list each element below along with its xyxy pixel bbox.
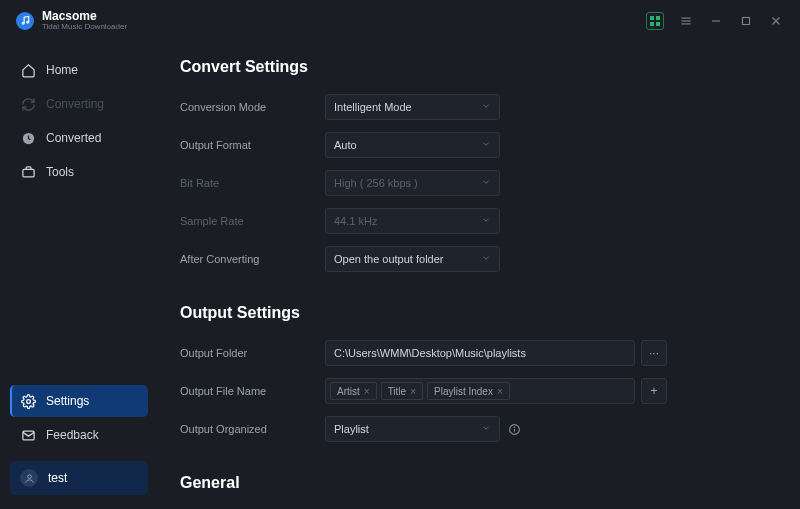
label-bit-rate: Bit Rate	[180, 177, 325, 189]
chevron-down-icon	[481, 215, 491, 227]
sidebar-item-label: Home	[46, 63, 78, 77]
chevron-down-icon	[481, 101, 491, 113]
label-output-organized: Output Organized	[180, 423, 325, 435]
select-value: Playlist	[334, 423, 369, 435]
chevron-down-icon	[481, 139, 491, 151]
section-title-general: General	[180, 474, 766, 492]
sidebar-item-home[interactable]: Home	[10, 54, 148, 86]
chevron-down-icon	[481, 177, 491, 189]
label-output-file-name: Output File Name	[180, 385, 325, 397]
user-chip[interactable]: test	[10, 461, 148, 495]
close-button[interactable]	[768, 13, 784, 29]
minimize-button[interactable]	[708, 13, 724, 29]
select-after-converting[interactable]: Open the output folder	[325, 246, 500, 272]
section-title-output: Output Settings	[180, 304, 766, 322]
info-icon[interactable]	[508, 423, 521, 436]
svg-rect-5	[656, 22, 660, 26]
settings-icon	[20, 393, 36, 409]
sidebar-item-label: Feedback	[46, 428, 99, 442]
svg-rect-10	[743, 18, 750, 25]
main-panel: Convert Settings Conversion Mode Intelli…	[158, 42, 800, 509]
layout-grid-button[interactable]	[646, 12, 664, 30]
svg-point-0	[22, 23, 24, 25]
svg-point-17	[27, 474, 31, 478]
svg-point-20	[514, 427, 515, 428]
select-value: Open the output folder	[334, 253, 443, 265]
select-value: High ( 256 kbps )	[334, 177, 418, 189]
avatar-icon	[20, 469, 38, 487]
sidebar-item-settings[interactable]: Settings	[10, 385, 148, 417]
svg-rect-14	[22, 169, 33, 177]
filename-tag[interactable]: Playlist Index×	[427, 382, 510, 400]
select-output-organized[interactable]: Playlist	[325, 416, 500, 442]
sidebar-item-label: Tools	[46, 165, 74, 179]
label-sample-rate: Sample Rate	[180, 215, 325, 227]
svg-rect-3	[656, 16, 660, 20]
sidebar: Home Converting Converted Tools	[0, 42, 158, 509]
tools-icon	[20, 164, 36, 180]
chevron-down-icon	[481, 253, 491, 265]
svg-rect-2	[650, 16, 654, 20]
label-conversion-mode: Conversion Mode	[180, 101, 325, 113]
select-value: 44.1 kHz	[334, 215, 377, 227]
browse-folder-button[interactable]: ···	[641, 340, 667, 366]
filename-tag[interactable]: Title×	[381, 382, 423, 400]
filename-tags-box[interactable]: Artist× Title× Playlist Index×	[325, 378, 635, 404]
user-name: test	[48, 471, 67, 485]
svg-rect-4	[650, 22, 654, 26]
remove-tag-icon[interactable]: ×	[497, 386, 503, 397]
brand-icon	[16, 12, 34, 30]
maximize-button[interactable]	[738, 13, 754, 29]
select-output-format[interactable]: Auto	[325, 132, 500, 158]
sidebar-item-label: Converting	[46, 97, 104, 111]
remove-tag-icon[interactable]: ×	[410, 386, 416, 397]
menu-icon[interactable]	[678, 13, 694, 29]
sidebar-item-tools[interactable]: Tools	[10, 156, 148, 188]
sidebar-item-converting: Converting	[10, 88, 148, 120]
svg-point-1	[26, 22, 28, 24]
brand: Macsome Tidal Music Downloader	[16, 10, 127, 32]
select-sample-rate: 44.1 kHz	[325, 208, 500, 234]
input-value: C:\Users\WMM\Desktop\Music\playlists	[334, 347, 526, 359]
home-icon	[20, 62, 36, 78]
section-title-convert: Convert Settings	[180, 58, 766, 76]
chevron-down-icon	[481, 423, 491, 435]
input-output-folder[interactable]: C:\Users\WMM\Desktop\Music\playlists	[325, 340, 635, 366]
sidebar-item-label: Settings	[46, 394, 89, 408]
add-tag-button[interactable]: +	[641, 378, 667, 404]
select-value: Intelligent Mode	[334, 101, 412, 113]
brand-subtitle: Tidal Music Downloader	[42, 23, 127, 32]
select-value: Auto	[334, 139, 357, 151]
remove-tag-icon[interactable]: ×	[364, 386, 370, 397]
converting-icon	[20, 96, 36, 112]
titlebar: Macsome Tidal Music Downloader	[0, 0, 800, 42]
filename-tag[interactable]: Artist×	[330, 382, 377, 400]
svg-point-15	[26, 399, 30, 403]
label-output-folder: Output Folder	[180, 347, 325, 359]
select-conversion-mode[interactable]: Intelligent Mode	[325, 94, 500, 120]
select-bit-rate: High ( 256 kbps )	[325, 170, 500, 196]
sidebar-item-converted[interactable]: Converted	[10, 122, 148, 154]
feedback-icon	[20, 427, 36, 443]
label-after-converting: After Converting	[180, 253, 325, 265]
sidebar-item-feedback[interactable]: Feedback	[10, 419, 148, 451]
sidebar-item-label: Converted	[46, 131, 101, 145]
converted-icon	[20, 130, 36, 146]
label-output-format: Output Format	[180, 139, 325, 151]
